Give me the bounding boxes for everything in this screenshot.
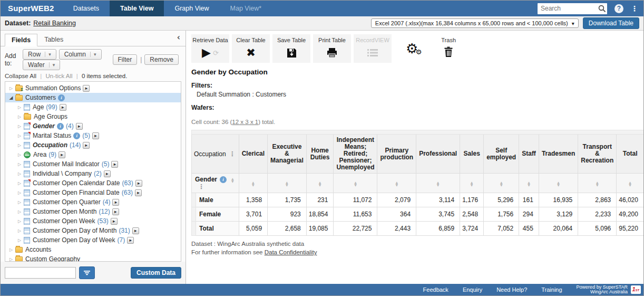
sort-icon[interactable]: ▲▼ [596, 181, 599, 186]
tree-item-customer-mail-indicator[interactable]: ▷Customer Mail Indicator(5)▸ [5, 159, 181, 169]
dataset-name-link[interactable]: Retail Banking [33, 20, 76, 27]
sort-icon[interactable]: ▲▼ [629, 181, 631, 186]
caret-collapsed-icon[interactable]: ▷ [17, 219, 22, 224]
tree-item-customer-open-week[interactable]: ▷Customer Open Week(53)▸ [5, 216, 181, 226]
caret-collapsed-icon[interactable]: ▷ [17, 143, 22, 148]
field-drilldown-button[interactable]: ▸ [76, 123, 83, 130]
add-to-row-button[interactable]: Row▾ [23, 49, 56, 60]
print-table-button[interactable]: Print Table [313, 34, 351, 63]
caret-collapsed-icon[interactable]: ▷ [17, 152, 22, 157]
field-drilldown-button[interactable]: ▸ [112, 199, 119, 206]
untick-all-link[interactable]: Un-tick All [46, 73, 73, 79]
download-table-button[interactable]: Download Table [583, 17, 639, 29]
info-icon[interactable]: i [58, 94, 65, 101]
col-header-clerical[interactable]: Clerical [239, 135, 267, 174]
field-drilldown-button[interactable]: ▸ [111, 161, 118, 168]
tree-item-customer-open-month[interactable]: ▷Customer Open Month(12)▸ [5, 207, 181, 216]
col-header-independent-means-retired-pensioner-unemployed[interactable]: Independent Means; Retired; Pensioner; U… [334, 135, 377, 174]
column-sort-cell[interactable]: ▲▼ [306, 174, 334, 193]
row-label-male[interactable]: Male [196, 193, 239, 207]
tree-item-customers[interactable]: ◢Customersi [5, 93, 181, 102]
nav-tab-map-view[interactable]: Map View* [220, 1, 272, 16]
caret-expanded-icon[interactable]: ◢ [8, 95, 14, 100]
row-label-total[interactable]: Total [196, 222, 239, 236]
caret-collapsed-icon[interactable]: ▷ [17, 114, 22, 119]
column-sort-cell[interactable]: ▲▼ [484, 174, 519, 193]
tree-item-marital-status[interactable]: ▷Marital Statusi(5)▸ [5, 131, 181, 140]
info-icon[interactable]: i [57, 123, 64, 130]
field-drilldown-button[interactable]: ▸ [60, 104, 66, 111]
col-header-staff[interactable]: Staff [519, 135, 539, 174]
tree-item-custom-geography[interactable]: ▷Custom Geography [5, 254, 181, 262]
trash-button[interactable]: Trash [441, 34, 456, 58]
nav-tab-graph-view[interactable]: Graph View [164, 1, 219, 16]
caret-collapsed-icon[interactable]: ▷ [17, 228, 22, 233]
column-sort-cell[interactable]: ▲▼ [239, 174, 267, 193]
cell-count-link[interactable]: 12 x 3 x 1 [232, 119, 258, 125]
field-drilldown-button[interactable]: ▸ [132, 227, 139, 234]
help-icon[interactable]: ? [614, 4, 623, 13]
field-drilldown-button[interactable]: ▸ [92, 132, 99, 139]
caret-collapsed-icon[interactable]: ▷ [17, 200, 22, 205]
save-table-button[interactable]: Save Table [272, 34, 310, 63]
field-drilldown-button[interactable]: ▸ [58, 151, 65, 158]
column-sort-cell[interactable]: ▲▼ [539, 174, 578, 193]
sort-icon[interactable]: ▲▼ [528, 181, 530, 186]
field-drilldown-button[interactable]: ▸ [135, 189, 142, 196]
field-drilldown-button[interactable]: ▸ [111, 218, 118, 225]
sort-icon[interactable]: ▲▼ [252, 181, 255, 186]
col-header-sales[interactable]: Sales [460, 135, 484, 174]
col-header-primary-production[interactable]: Primary production [377, 135, 416, 174]
field-drilldown-button[interactable]: ▸ [112, 208, 119, 215]
field-drilldown-button[interactable]: ▸ [83, 142, 90, 149]
gender-row-header[interactable]: Genderi▲▼⋮ [192, 174, 239, 193]
caret-collapsed-icon[interactable]: ▷ [17, 171, 22, 176]
field-drilldown-button[interactable]: ▸ [83, 85, 90, 92]
col-header-self-employed[interactable]: Self employed [484, 135, 519, 174]
tab-tables[interactable]: Tables [37, 33, 70, 46]
row-label-female[interactable]: Female [196, 207, 239, 222]
caret-collapsed-icon[interactable]: ▷ [8, 86, 14, 91]
sort-icon[interactable]: ▲▼ [395, 181, 398, 186]
field-drilldown-button[interactable]: ▸ [104, 170, 111, 177]
tree-item-accounts[interactable]: ▷Accounts [5, 245, 181, 254]
tree-item-customer-open-quarter[interactable]: ▷Customer Open Quarter(4)▸ [5, 197, 181, 207]
sort-icon[interactable]: ▲▼ [319, 181, 321, 186]
caret-collapsed-icon[interactable]: ▷ [17, 209, 22, 214]
export-format-select[interactable]: Excel 2007 (.xlsx)(max 16,384 columns x … [371, 18, 579, 28]
tree-item-individual-company[interactable]: ▷Individual \ Company(2)▸ [5, 169, 181, 178]
kebab-menu-icon[interactable]: ⋮ [229, 150, 236, 158]
field-search-input[interactable] [5, 267, 76, 279]
info-icon[interactable]: i [220, 176, 227, 183]
column-sort-cell[interactable]: ▲▼ [617, 174, 643, 193]
column-sort-cell[interactable]: ▲▼ [334, 174, 377, 193]
custom-data-button[interactable]: Custom Data [131, 267, 181, 279]
tree-item-occupation[interactable]: ▷Occupation(14)▸ [5, 140, 181, 150]
sort-icon[interactable]: ▲▼ [231, 177, 234, 183]
nav-tab-table-view[interactable]: Table View [110, 1, 164, 16]
nav-tab-datasets[interactable]: Datasets [63, 1, 110, 16]
add-to-wafer-button[interactable]: Wafer▾ [23, 60, 60, 70]
clear-table-button[interactable]: Clear Table✖ [232, 34, 270, 63]
sort-icon[interactable]: ▲▼ [286, 181, 288, 186]
caret-collapsed-icon[interactable]: ▷ [17, 238, 22, 243]
tree-item-age-groups[interactable]: ▷Age Groups [5, 112, 181, 121]
footer-link-need-help[interactable]: Need Help? [496, 287, 527, 293]
caret-collapsed-icon[interactable]: ▷ [17, 190, 22, 195]
sort-icon[interactable]: ▲▼ [437, 181, 440, 186]
footer-link-training[interactable]: Training [541, 287, 562, 293]
sort-icon[interactable]: ▲▼ [500, 181, 503, 186]
column-sort-cell[interactable]: ▲▼ [268, 174, 307, 193]
add-to-column-button[interactable]: Column▾ [59, 49, 102, 60]
retrieve-data-button[interactable]: Retrieve Data▶⟳ [191, 34, 229, 63]
tree-item-area[interactable]: ▷Area(9)▸ [5, 150, 181, 159]
tab-fields[interactable]: Fields [5, 34, 37, 46]
caret-collapsed-icon[interactable]: ▷ [17, 105, 22, 110]
tree-item-gender[interactable]: ▷Genderi(4)▸ [5, 121, 181, 131]
info-icon[interactable]: i [73, 132, 80, 139]
tree-item-summation-options[interactable]: ▷ΣSummation Options▸ [5, 83, 181, 93]
column-sort-cell[interactable]: ▲▼ [460, 174, 484, 193]
col-header-tradesmen[interactable]: Tradesmen [539, 135, 578, 174]
search-icon[interactable] [598, 4, 607, 13]
table-options-button[interactable]: ⚙ ⚙ [406, 42, 418, 55]
